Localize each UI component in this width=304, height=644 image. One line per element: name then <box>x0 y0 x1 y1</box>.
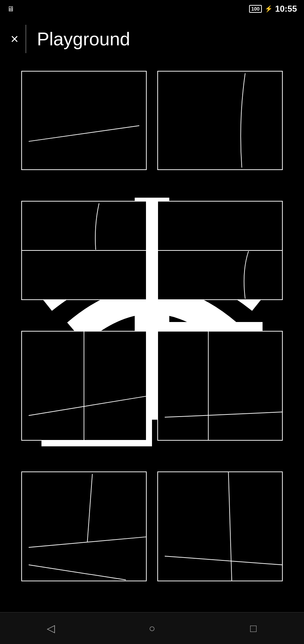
svg-line-8 <box>29 396 146 416</box>
svg-line-11 <box>87 474 92 542</box>
svg-line-13 <box>29 565 126 580</box>
svg-line-15 <box>165 556 282 565</box>
layout-card-4-1[interactable] <box>21 471 147 581</box>
svg-line-10 <box>165 412 282 417</box>
layout-card-1-2[interactable] <box>157 71 283 170</box>
layout-card-2-1[interactable] <box>21 201 147 300</box>
svg-line-14 <box>229 472 232 581</box>
status-left-icons: 🖥 <box>7 5 23 13</box>
status-bar: 🖥 100 ⚡ 10:55 <box>0 0 304 18</box>
layout-card-4-2[interactable] <box>157 471 283 581</box>
layout-card-3-2[interactable] <box>157 331 283 441</box>
svg-line-4 <box>29 126 139 141</box>
layout-card-3-1[interactable] <box>21 331 147 441</box>
layout-card-2-2[interactable] <box>157 201 283 300</box>
layout-card-1-1[interactable] <box>21 71 147 170</box>
